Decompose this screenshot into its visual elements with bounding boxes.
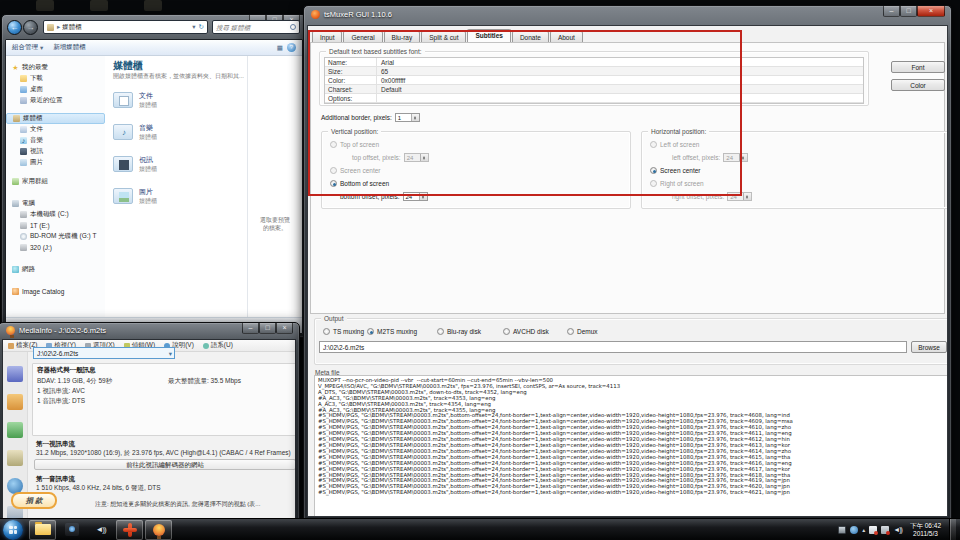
combo-dropdown-icon: ▾ xyxy=(169,348,172,359)
search-box[interactable] xyxy=(212,20,300,34)
close-button[interactable]: × xyxy=(917,6,945,17)
maximize-button[interactable]: □ xyxy=(900,6,917,17)
help-icon[interactable]: ? xyxy=(287,43,296,52)
volume-tray-icon[interactable]: ◄)) xyxy=(893,526,902,533)
music-icon: ♪ xyxy=(20,137,27,144)
sidebar-label: 圖片 xyxy=(30,158,43,167)
address-dropdown-icon[interactable]: ▾ xyxy=(192,23,195,31)
browse-button[interactable]: Browse xyxy=(911,341,947,353)
tools-icon[interactable] xyxy=(7,450,23,466)
views-icon[interactable]: ▦ xyxy=(277,44,283,52)
sidebar-item-pictures[interactable]: 圖片 xyxy=(6,157,105,168)
general-info-group: 容器格式與一般訊息 BDAV: 1.19 GiB, 4分 59秒 最大整體流量:… xyxy=(32,363,296,436)
sidebar-label: 視訊 xyxy=(30,147,43,156)
donate-button[interactable]: 捐 款 xyxy=(11,492,57,509)
refresh-icon[interactable]: ↻ xyxy=(199,23,204,31)
file-selector-combo[interactable]: J:\02\2-6.m2ts ▾ xyxy=(33,347,175,359)
back-button[interactable]: ← xyxy=(7,20,22,35)
desktop-icon[interactable] xyxy=(90,0,108,11)
library-item-music[interactable]: ♪ 音樂 媒體櫃 xyxy=(113,119,243,145)
computer-icon xyxy=(12,200,19,207)
sidebar-item-downloads[interactable]: 下載 xyxy=(6,73,105,84)
taskbar-tsmuxer-button[interactable] xyxy=(116,520,143,540)
display-tray-icon[interactable] xyxy=(838,526,846,534)
minimize-button[interactable]: – xyxy=(242,323,259,334)
codec-website-button[interactable]: 前往此視訊編解碼器的網站 xyxy=(34,459,296,470)
sidebar-item-image-catalog[interactable]: Image Catalog xyxy=(6,286,105,297)
library-item-documents[interactable]: 文件 媒體櫃 xyxy=(113,87,243,113)
desktop-icon[interactable] xyxy=(36,0,54,11)
sidebar-item-videos[interactable]: 視訊 xyxy=(6,146,105,157)
menu-language[interactable]: 語系(U) xyxy=(203,341,233,350)
meta-file-box[interactable]: MUXOPT --no-pcr-on-video-pid --vbr --cut… xyxy=(314,375,948,517)
tsmuxer-titlebar[interactable]: tsMuxeR GUI 1.10.6 xyxy=(311,10,392,19)
sidebar-label: 我的最愛 xyxy=(22,63,48,72)
library-item-videos[interactable]: 視訊 媒體櫃 xyxy=(113,151,243,177)
sidebar-item-bdrom[interactable]: BD-ROM 光碟機 (G:) T xyxy=(6,231,105,242)
language-menu-icon xyxy=(203,343,209,349)
taskbar-mediainfo-button[interactable] xyxy=(145,520,172,540)
sidebar-item-recent[interactable]: 最近的位置 xyxy=(6,95,105,106)
radio-bluray-disk[interactable]: Blu-ray disk xyxy=(437,327,481,336)
open-file-icon[interactable] xyxy=(7,366,23,382)
search-icon[interactable] xyxy=(290,24,296,30)
radio-avchd-disk[interactable]: AVCHD disk xyxy=(503,327,549,336)
output-legend: Output xyxy=(321,315,347,322)
mediainfo-titlebar[interactable]: MediaInfo - J:\02\2-6.m2ts xyxy=(6,326,106,335)
output-path-field[interactable]: J:\02\2-6.m2ts xyxy=(319,341,907,353)
update-tray-icon[interactable] xyxy=(850,526,858,534)
sidebar-item-drive-c[interactable]: 本機磁碟 (C:) xyxy=(6,209,105,220)
address-bar[interactable]: ▸ 媒體櫃 ▾ ↻ xyxy=(43,20,208,34)
desktop-icon[interactable] xyxy=(144,0,162,11)
sidebar-item-computer[interactable]: 電腦 xyxy=(6,198,105,209)
sidebar-item-drive-e[interactable]: 1T (E:) xyxy=(6,220,105,231)
search-input[interactable] xyxy=(216,24,286,31)
image-catalog-icon xyxy=(12,288,19,295)
taskbar-clock[interactable]: 下午 06:42 2011/5/3 xyxy=(906,522,945,538)
organize-menu[interactable]: 組合管理 xyxy=(12,43,38,52)
sidebar-item-libraries[interactable]: 媒體櫃 xyxy=(6,113,105,124)
organize-dropdown-icon: ▾ xyxy=(40,44,43,52)
show-desktop-button[interactable] xyxy=(949,519,956,540)
preview-pane: 選取要預覽 的檔案。 xyxy=(247,56,302,317)
sidebar-item-homegroup[interactable]: 家用群組 xyxy=(6,176,105,187)
breadcrumb[interactable]: 媒體櫃 xyxy=(62,23,82,32)
sidebar-label: 下載 xyxy=(30,74,43,83)
maximize-button[interactable]: □ xyxy=(259,323,276,334)
taskbar-player-button[interactable] xyxy=(58,520,85,540)
sidebar-item-desktop[interactable]: 桌面 xyxy=(6,84,105,95)
hidden-icons-chevron[interactable]: ▴ xyxy=(862,526,865,533)
minimize-button[interactable]: – xyxy=(883,6,900,17)
mediainfo-balloon-icon xyxy=(153,524,165,536)
radio-ts-muxing[interactable]: TS muxing xyxy=(323,327,364,336)
explorer-content: 媒體櫃 開啟媒體櫃查看檔案，並依據資料夾、日期和其... 文件 媒體櫃 ♪ 音樂… xyxy=(105,56,247,317)
documents-library-icon xyxy=(113,92,133,108)
radio-m2ts-muxing[interactable]: M2TS muxing xyxy=(367,327,417,336)
videos-library-icon xyxy=(113,156,133,172)
file-menu-icon xyxy=(8,343,14,349)
open-folder-icon[interactable] xyxy=(7,394,23,410)
recent-places-icon xyxy=(20,97,27,104)
library-item-pictures[interactable]: 圖片 媒體櫃 xyxy=(113,183,243,209)
font-button[interactable]: Font xyxy=(891,61,945,73)
media-player-icon xyxy=(65,523,79,536)
action-center-flag-icon[interactable] xyxy=(869,526,877,534)
network-tray-icon[interactable] xyxy=(881,526,889,534)
radio-demux[interactable]: Demux xyxy=(567,327,598,336)
export-icon[interactable] xyxy=(7,422,23,438)
radio-icon xyxy=(323,328,330,335)
mediainfo-window-controls: – □ × xyxy=(242,323,293,334)
color-button[interactable]: Color xyxy=(891,79,945,91)
sidebar-item-network[interactable]: 網路 xyxy=(6,264,105,275)
close-button[interactable]: × xyxy=(276,323,293,334)
taskbar-explorer-button[interactable] xyxy=(29,520,56,540)
sidebar-item-drive-j[interactable]: 320 (J:) xyxy=(6,242,105,253)
sidebar-item-favorites[interactable]: ★我的最愛 xyxy=(6,62,105,73)
taskbar-audio-button[interactable]: ◄)) xyxy=(87,520,114,540)
sidebar-item-documents[interactable]: 文件 xyxy=(6,124,105,135)
start-button[interactable] xyxy=(3,520,23,540)
sidebar-item-music[interactable]: ♪音樂 xyxy=(6,135,105,146)
network-icon xyxy=(12,266,19,273)
new-library-button[interactable]: 新增媒體櫃 xyxy=(53,43,86,52)
forward-button[interactable]: → xyxy=(23,20,38,35)
